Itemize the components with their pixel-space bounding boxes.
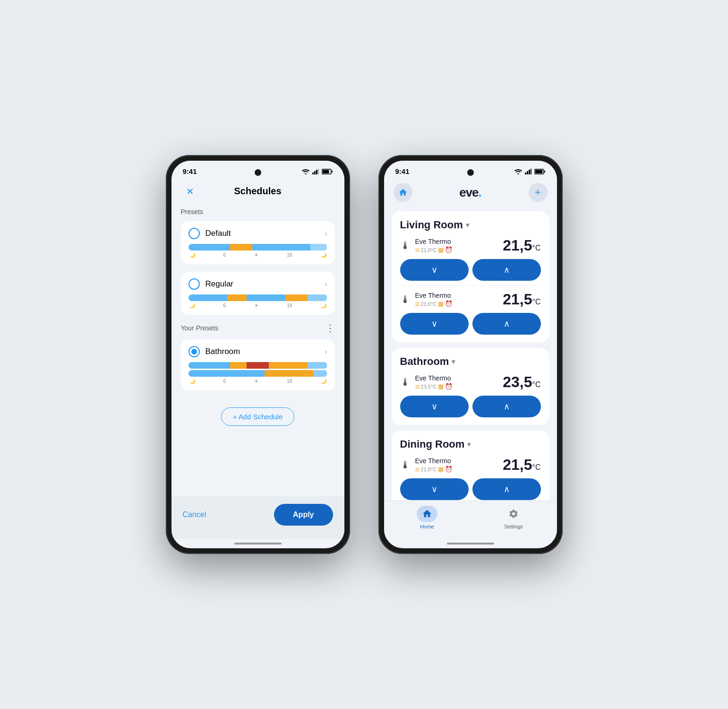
thermometer-icon-3: 🌡 [400, 376, 411, 389]
settings-nav-label: Settings [504, 524, 523, 529]
close-icon: ✕ [186, 186, 194, 197]
bathroom-schedule-bar-bottom [188, 370, 327, 377]
thermometer-icon-4: 🌡 [400, 459, 411, 471]
decrease-btn-2[interactable]: ∨ [400, 313, 469, 335]
chevron-default: › [325, 229, 327, 238]
living-room-title[interactable]: Living Room ▾ [400, 219, 541, 231]
svg-rect-6 [322, 170, 329, 173]
increase-btn-3[interactable]: ∧ [472, 396, 541, 417]
cancel-button[interactable]: Cancel [183, 510, 206, 519]
device-name-2: Eve Thermo [415, 292, 453, 299]
schedules-header: ✕ Schedules [171, 178, 344, 202]
schedules-bottom-bar: Cancel Apply [171, 496, 344, 539]
living-room-device-1: 🌡 Eve Thermo ⊟ 21,0°C ▦ ⏰ [400, 237, 541, 254]
svg-rect-7 [332, 171, 333, 173]
device-temp-2: 21,5°C [503, 291, 540, 308]
default-ticks: 🌙 6 ☀ 18 🌙 [188, 252, 327, 258]
living-room-controls-1: ∨ ∧ [400, 259, 541, 281]
preset-regular-left: Regular [188, 278, 234, 290]
preset-default-card: Default › 🌙 6 [181, 221, 335, 264]
schedules-content: Presets Default › [171, 202, 344, 496]
bathroom-controls: ∨ ∧ [400, 396, 541, 417]
preset-default-name: Default [206, 229, 231, 238]
bathroom-bar-container: 🌙 6 ☀ 18 🌙 [188, 362, 327, 384]
nav-home[interactable]: Home [384, 506, 471, 529]
device-temp-1: 21,5°C [503, 237, 540, 254]
eve-logo: eve. [459, 185, 481, 200]
dining-room-device-1: 🌡 Eve Thermo ⊟ 21,0°C ▦ ⏰ [400, 456, 541, 474]
status-icons-1 [302, 169, 333, 174]
thermometer-icon-1: 🌡 [400, 240, 411, 252]
device-sub-3: ⊟ 23,5°C ▦ ⏰ [415, 383, 453, 390]
preset-default-row[interactable]: Default › [188, 228, 327, 239]
device-sub-2: ⊟ 21,0°C ▦ ⏰ [415, 300, 453, 307]
decrease-btn-4[interactable]: ∨ [400, 478, 469, 500]
svg-rect-1 [312, 173, 314, 174]
home-header-icon [398, 188, 408, 197]
home-nav-icon-wrap [417, 506, 437, 522]
svg-point-8 [517, 173, 519, 174]
close-button[interactable]: ✕ [183, 184, 198, 199]
apply-button[interactable]: Apply [274, 504, 333, 526]
status-time-2: 9:41 [395, 167, 410, 175]
default-schedule-bar [188, 244, 327, 251]
svg-rect-4 [318, 169, 319, 174]
radio-bathroom-inner [191, 349, 197, 354]
svg-rect-14 [535, 170, 542, 173]
home-nav-label: Home [420, 524, 434, 529]
settings-nav-icon-wrap [503, 506, 524, 522]
schedules-phone: 9:41 [166, 155, 350, 554]
home-bar-2 [447, 543, 494, 545]
svg-rect-12 [531, 169, 531, 174]
signal-icon [312, 169, 319, 174]
nav-settings[interactable]: Settings [471, 506, 557, 529]
eve-content: Living Room ▾ 🌡 Eve Thermo ⊟ [384, 208, 557, 501]
decrease-btn-1[interactable]: ∨ [400, 259, 469, 281]
eve-bottom-nav: Home Settings [384, 501, 557, 539]
home-header-button[interactable] [394, 183, 412, 202]
decrease-btn-3[interactable]: ∨ [400, 396, 469, 417]
preset-bathroom-row[interactable]: Bathroom › [188, 346, 327, 357]
camera-notch [255, 169, 261, 176]
dining-room-title[interactable]: Dining Room ▾ [400, 438, 541, 450]
more-dots-icon[interactable]: ⋮ [325, 322, 335, 334]
bathroom-ticks: 🌙 6 ☀ 18 🌙 [188, 379, 327, 384]
schedules-title: Schedules [234, 186, 281, 197]
increase-btn-2[interactable]: ∧ [472, 313, 541, 335]
wifi-icon [302, 169, 309, 174]
preset-bathroom-name: Bathroom [206, 347, 240, 356]
radio-regular[interactable] [188, 278, 200, 290]
divider-1 [400, 285, 541, 286]
svg-point-0 [305, 173, 306, 174]
bathroom-title[interactable]: Bathroom ▾ [400, 355, 541, 368]
living-room-controls-2: ∨ ∧ [400, 313, 541, 335]
status-time-1: 9:41 [183, 167, 197, 175]
camera-notch-2 [467, 169, 474, 176]
radio-default[interactable] [188, 228, 200, 239]
battery-icon [322, 169, 333, 174]
presets-section-label: Presets [181, 208, 335, 216]
svg-rect-2 [314, 171, 316, 174]
device-sub-1: ⊟ 21,0°C ▦ ⏰ [415, 246, 453, 253]
regular-bar-container: 🌙 6 ☀ 18 🌙 [188, 294, 327, 308]
device-temp-4: 21,5°C [503, 456, 540, 474]
device-name-1: Eve Thermo [415, 238, 453, 245]
device-temp-3: 23,5°C [503, 373, 540, 391]
room-dining-room: Dining Room ▾ 🌡 Eve Thermo ⊟ 21 [392, 431, 549, 501]
wifi-icon-2 [514, 169, 522, 174]
living-room-chevron: ▾ [466, 221, 469, 229]
svg-rect-10 [527, 171, 528, 174]
radio-bathroom[interactable] [188, 346, 200, 357]
increase-btn-1[interactable]: ∧ [472, 259, 541, 281]
add-schedule-button[interactable]: + Add Schedule [221, 407, 295, 426]
add-button[interactable]: + [529, 183, 548, 202]
status-icons-2 [514, 169, 546, 174]
device-name-3: Eve Thermo [415, 374, 453, 382]
your-presets-header: Your Presets ⋮ [181, 322, 335, 334]
preset-bathroom-card: Bathroom › [181, 339, 335, 390]
preset-regular-row[interactable]: Regular › [188, 278, 327, 290]
regular-schedule-bar [188, 294, 327, 301]
default-bar-container: 🌙 6 ☀ 18 🌙 [188, 244, 327, 258]
increase-btn-4[interactable]: ∧ [472, 478, 541, 500]
chevron-bathroom: › [325, 347, 327, 356]
